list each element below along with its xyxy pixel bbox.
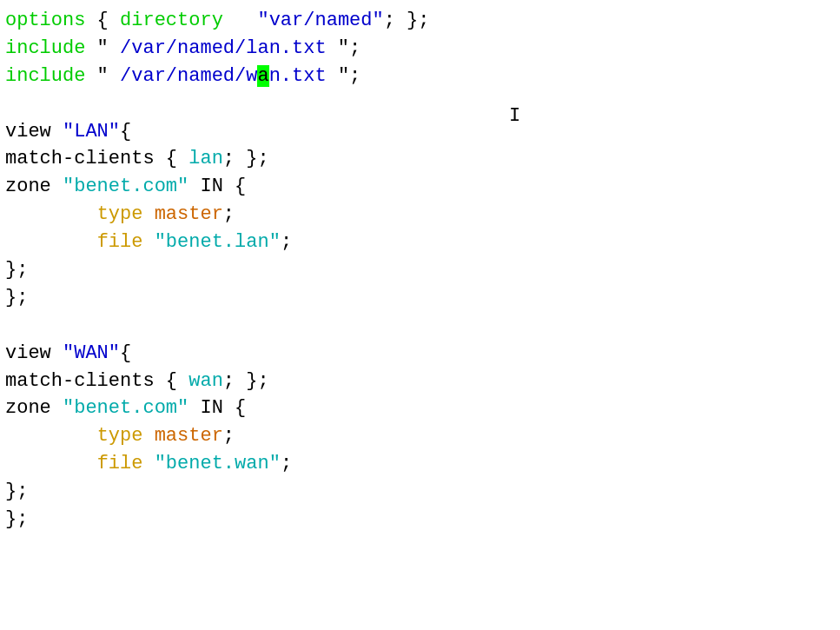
code-token [51,176,63,197]
code-token: view [5,121,51,143]
code-token: lan [189,148,223,169]
code-token: file [97,453,143,474]
code-token: IN { [189,176,246,197]
code-token: ; }; [223,370,269,392]
code-token [5,453,97,474]
code-token [5,231,97,253]
code-token: ; }; [223,148,269,169]
code-line: file "benet.lan"; [5,229,835,256]
code-token: }; [5,481,28,502]
code-line: }; [5,478,835,506]
code-token: n.txt [269,65,327,87]
code-token: master [155,425,223,447]
code-token [51,397,63,419]
code-token: a [257,65,268,87]
code-line: match-clients { wan; }; [5,368,835,395]
code-token: master [155,203,223,225]
code-token: "benet.wan" [155,453,281,474]
code-token: " [85,37,120,59]
code-token [5,425,97,447]
code-token: "benet.com" [63,176,189,197]
code-token: options [5,10,85,31]
code-token: { [120,342,131,364]
code-token: "LAN" [63,121,120,143]
code-token: "; [327,37,361,59]
code-token: ; [223,203,235,225]
code-token: " [85,65,120,87]
code-token: "benet.com" [63,397,189,419]
code-line: type master; [5,422,835,450]
code-token: type [97,425,143,447]
code-token: ; [281,231,292,253]
code-token [142,203,154,225]
code-token [223,10,258,31]
code-token: directory [120,10,223,31]
code-token: zone [5,397,51,419]
code-line [5,90,835,118]
code-token: match-clients [5,370,155,392]
code-token: ; }; [384,10,430,31]
code-token: "benet.lan" [155,231,281,253]
code-line [5,312,835,340]
code-token: { [155,370,189,392]
code-line: }; [5,256,835,284]
code-token: }; [5,259,28,281]
code-line: match-clients { lan; }; [5,145,835,173]
code-token [51,121,63,143]
code-token: /var/named/lan.txt [120,37,327,59]
code-token: { [155,148,189,169]
code-token: file [97,231,143,253]
code-line: include " /var/named/lan.txt "; [5,35,835,63]
code-token: type [97,203,143,225]
code-token: ; [223,425,235,447]
code-line: options { directory "var/named"; }; [5,7,835,35]
code-line: zone "benet.com" IN { [5,173,835,201]
code-token [142,231,154,253]
code-token: match-clients [5,148,155,169]
code-token: }; [5,508,28,530]
code-token: zone [5,176,51,197]
code-line: include " /var/named/wan.txt "; [5,63,835,90]
code-line: type master; [5,201,835,229]
code-token: view [5,342,51,364]
code-token [142,425,154,447]
code-token: "var/named" [257,10,383,31]
code-token: include [5,37,85,59]
code-line: view "WAN"{ [5,340,835,368]
code-line: view "LAN"{ [5,118,835,146]
code-token: /var/named/w [120,65,257,87]
code-editor[interactable]: options { directory "var/named"; };inclu… [5,7,835,630]
code-line: file "benet.wan"; [5,450,835,478]
code-token [142,453,154,474]
code-token: "; [327,65,361,87]
code-token: { [120,121,131,143]
code-token: "WAN" [63,342,120,364]
code-token [51,342,63,364]
code-token [5,203,97,225]
code-token: }; [5,287,28,308]
code-token: wan [189,370,223,392]
code-line: }; [5,284,835,312]
code-line: zone "benet.com" IN { [5,395,835,422]
code-token: include [5,65,85,87]
code-token: { [85,10,120,31]
code-token: IN { [189,397,246,419]
code-line: }; [5,506,835,534]
code-token: ; [281,453,292,474]
